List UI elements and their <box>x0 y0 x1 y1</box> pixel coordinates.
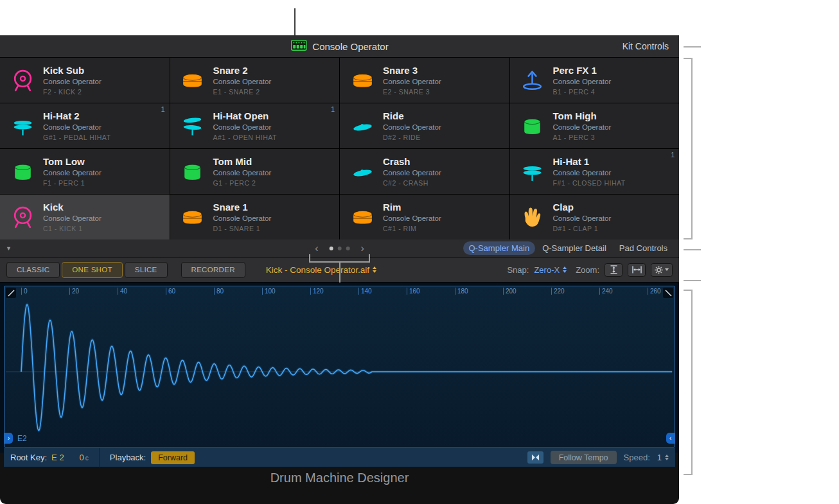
callout-tick-tab-strip <box>684 249 701 250</box>
sample-end-marker[interactable]: ‹ <box>666 433 675 444</box>
drum-pad-rim[interactable]: RimConsole OperatorC#1 - RIM <box>340 195 509 239</box>
drum-pad-kick-sub[interactable]: Kick SubConsole OperatorF2 - KICK 2 <box>0 58 170 103</box>
drum-pad-tom-low[interactable]: Tom LowConsole OperatorF1 - PERC 1 <box>0 149 170 194</box>
drum-machine-icon <box>290 40 306 53</box>
hihat-open-icon <box>178 111 208 141</box>
playback-mode-button[interactable]: Forward <box>151 451 195 464</box>
pager-next-icon[interactable]: › <box>361 243 364 254</box>
sample-start-marker[interactable]: › E2 <box>4 433 27 444</box>
drum-pad-hi-hat-1[interactable]: Hi-Hat 1Console OperatorF#1 - CLOSED HIH… <box>510 149 680 194</box>
drum-pad-crash[interactable]: CrashConsole OperatorC#2 - CRASH <box>340 149 509 194</box>
pad-subtitle: Console Operator <box>553 78 612 86</box>
drum-pad-hi-hat-open[interactable]: Hi-Hat OpenConsole OperatorA#1 - OPEN HI… <box>170 103 340 148</box>
pager-dot-2[interactable] <box>338 247 342 250</box>
tab-q-sampler-detail[interactable]: Q-Sampler Detail <box>536 241 612 255</box>
drum-pad-kick[interactable]: KickConsole OperatorC1 - KICK 1 <box>0 195 170 239</box>
follow-tempo-button[interactable]: Follow Tempo <box>551 451 617 464</box>
pad-name: Ride <box>383 111 441 121</box>
pad-subtitle: Console Operator <box>43 169 102 177</box>
kit-controls-button[interactable]: Kit Controls <box>623 41 669 51</box>
mode-one-shot-button[interactable]: ONE SHOT <box>62 262 122 278</box>
titlebar: Console Operator Kit Controls <box>0 35 679 58</box>
speed-selector[interactable]: 1 <box>657 453 669 462</box>
pad-key-label: G1 - PERC 2 <box>213 180 272 187</box>
pad-name: Kick Sub <box>43 65 102 75</box>
tab-q-sampler-main[interactable]: Q-Sampler Main <box>463 241 536 255</box>
drum-pad-clap[interactable]: ClapConsole OperatorD#1 - CLAP 1 <box>510 195 680 239</box>
drum-pad-tom-high[interactable]: Tom HighConsole OperatorA1 - PERC 3 <box>510 103 680 148</box>
zoom-horizontal-fit-icon <box>632 265 642 274</box>
pad-subtitle: Console Operator <box>553 169 626 177</box>
snap-selector[interactable]: Zero-X <box>534 265 567 275</box>
crossfade-loop-button[interactable] <box>527 451 543 464</box>
tab-pad-controls[interactable]: Pad Controls <box>614 241 673 255</box>
waveform-ruler: 020406080100120140160180200220240260 <box>4 286 675 297</box>
pad-subtitle: Console Operator <box>383 124 441 132</box>
snap-label: Snap: <box>507 265 529 275</box>
pad-key-label: B1 - PERC 4 <box>553 89 612 96</box>
pad-name: Hi-Hat 2 <box>43 111 110 121</box>
fade-in-diagonal-icon <box>6 288 16 298</box>
pad-name: Snare 2 <box>213 65 272 75</box>
fade-in-handle[interactable] <box>6 288 16 298</box>
drum-pad-snare-3[interactable]: Snare 3Console OperatorE2 - SNARE 3 <box>340 58 509 103</box>
ruler-tick: 120 <box>310 288 324 295</box>
chevron-down-icon <box>665 268 669 271</box>
fade-out-diagonal-icon <box>664 288 673 298</box>
collapse-grid-triangle-icon[interactable]: ▼ <box>6 245 12 252</box>
drum-pad-tom-mid[interactable]: Tom MidConsole OperatorG1 - PERC 2 <box>170 149 340 194</box>
pad-key-label: A1 - PERC 3 <box>553 134 612 141</box>
pad-name: Crash <box>383 157 441 166</box>
mode-slice-button[interactable]: SLICE <box>125 262 168 278</box>
tom-drum-icon <box>8 157 37 186</box>
pad-subtitle: Console Operator <box>213 215 272 223</box>
drum-pad-hi-hat-2[interactable]: Hi-Hat 2Console OperatorG#1 - PEDAL HIHA… <box>0 103 170 148</box>
zoom-vertical-fit-button[interactable] <box>605 263 623 277</box>
pad-name: Hi-Hat 1 <box>553 157 626 166</box>
waveform-display[interactable]: 020406080100120140160180200220240260 › E… <box>4 286 675 448</box>
pager-dot-1[interactable] <box>330 247 333 250</box>
pager-dot-3[interactable] <box>346 247 350 250</box>
zoom-label: Zoom: <box>576 265 599 275</box>
ruler-tick: 20 <box>69 288 79 295</box>
snare-drum-icon <box>178 202 208 232</box>
popup-chevrons-icon <box>373 266 376 273</box>
mode-classic-button[interactable]: CLASSIC <box>6 262 60 278</box>
drum-pad-snare-1[interactable]: Snare 1Console OperatorD1 - SNARE 1 <box>170 195 340 239</box>
drum-pad-ride[interactable]: RideConsole OperatorD#2 - RIDE <box>340 103 509 148</box>
sample-file-selector[interactable]: Kick - Console Operator.aif <box>266 265 376 275</box>
pad-key-label: D#1 - CLAP 1 <box>553 225 612 232</box>
pager-prev-icon[interactable]: ‹ <box>315 243 318 254</box>
root-key-value[interactable]: E 2 <box>51 453 64 462</box>
snare-drum-icon <box>348 202 377 232</box>
zoom-horizontal-fit-button[interactable] <box>628 263 646 277</box>
waveform-section: 020406080100120140160180200220240260 › E… <box>0 282 679 453</box>
action-menu-button[interactable] <box>651 263 673 277</box>
callout-line-plugin-icon <box>294 8 296 35</box>
pad-subtitle: Console Operator <box>43 78 102 86</box>
callout-bracket-pager <box>309 254 370 263</box>
gear-icon <box>655 266 663 274</box>
ruler-tick: 240 <box>599 288 613 295</box>
start-marker-arrow-icon[interactable]: › <box>4 433 13 444</box>
drum-pad-snare-2[interactable]: Snare 2Console OperatorE1 - SNARE 2 <box>170 58 340 103</box>
pad-key-label: C#2 - CRASH <box>383 180 441 187</box>
drum-pad-perc-fx-1[interactable]: Perc FX 1Console OperatorB1 - PERC 4 <box>510 58 680 103</box>
tune-value[interactable]: 0 c <box>80 453 89 462</box>
pad-text: Perc FX 1Console OperatorB1 - PERC 4 <box>553 65 612 96</box>
end-marker-arrow-icon[interactable]: ‹ <box>666 433 675 444</box>
fade-out-handle[interactable] <box>663 288 673 298</box>
pad-name: Rim <box>383 202 441 212</box>
tom-drum-icon <box>178 157 208 186</box>
pad-text: KickConsole OperatorC1 - KICK 1 <box>43 202 102 232</box>
kick-drum-icon <box>8 65 37 95</box>
pad-key-label: D#2 - RIDE <box>383 134 441 141</box>
mode-recorder-button[interactable]: RECORDER <box>181 262 245 278</box>
toolbar-right-group: Snap: Zero-X Zoom: <box>507 263 673 277</box>
snare-drum-icon <box>348 65 377 95</box>
pad-text: Snare 3Console OperatorE2 - SNARE 3 <box>383 65 441 96</box>
pad-subtitle: Console Operator <box>553 124 612 132</box>
screenshot-canvas: Console Operator Kit Controls Kick SubCo… <box>0 0 839 504</box>
pad-name: Hi-Hat Open <box>213 111 277 121</box>
ruler-tick: 0 <box>21 288 28 295</box>
